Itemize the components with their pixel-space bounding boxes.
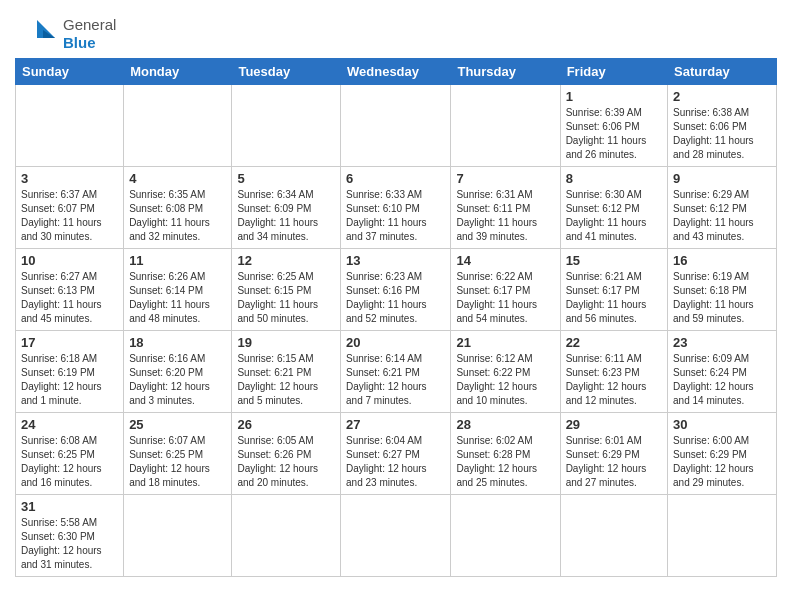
day-number: 19 bbox=[237, 335, 335, 350]
calendar-cell: 26Sunrise: 6:05 AM Sunset: 6:26 PM Dayli… bbox=[232, 413, 341, 495]
calendar-cell bbox=[341, 495, 451, 577]
day-number: 29 bbox=[566, 417, 662, 432]
day-number: 16 bbox=[673, 253, 771, 268]
day-info: Sunrise: 6:26 AM Sunset: 6:14 PM Dayligh… bbox=[129, 270, 226, 326]
calendar-cell: 1Sunrise: 6:39 AM Sunset: 6:06 PM Daylig… bbox=[560, 85, 667, 167]
day-number: 28 bbox=[456, 417, 554, 432]
weekday-header-monday: Monday bbox=[124, 59, 232, 85]
calendar-table: SundayMondayTuesdayWednesdayThursdayFrid… bbox=[15, 58, 777, 577]
day-number: 20 bbox=[346, 335, 445, 350]
day-info: Sunrise: 6:22 AM Sunset: 6:17 PM Dayligh… bbox=[456, 270, 554, 326]
day-number: 30 bbox=[673, 417, 771, 432]
day-number: 5 bbox=[237, 171, 335, 186]
calendar-cell: 13Sunrise: 6:23 AM Sunset: 6:16 PM Dayli… bbox=[341, 249, 451, 331]
week-row-4: 24Sunrise: 6:08 AM Sunset: 6:25 PM Dayli… bbox=[16, 413, 777, 495]
calendar-cell bbox=[124, 495, 232, 577]
calendar-cell bbox=[341, 85, 451, 167]
header: GeneralBlue bbox=[15, 10, 777, 52]
calendar-cell: 15Sunrise: 6:21 AM Sunset: 6:17 PM Dayli… bbox=[560, 249, 667, 331]
calendar-cell: 8Sunrise: 6:30 AM Sunset: 6:12 PM Daylig… bbox=[560, 167, 667, 249]
day-number: 1 bbox=[566, 89, 662, 104]
day-number: 4 bbox=[129, 171, 226, 186]
day-number: 3 bbox=[21, 171, 118, 186]
day-number: 7 bbox=[456, 171, 554, 186]
calendar-cell: 23Sunrise: 6:09 AM Sunset: 6:24 PM Dayli… bbox=[668, 331, 777, 413]
day-number: 25 bbox=[129, 417, 226, 432]
day-info: Sunrise: 6:29 AM Sunset: 6:12 PM Dayligh… bbox=[673, 188, 771, 244]
calendar-cell: 5Sunrise: 6:34 AM Sunset: 6:09 PM Daylig… bbox=[232, 167, 341, 249]
calendar-cell: 6Sunrise: 6:33 AM Sunset: 6:10 PM Daylig… bbox=[341, 167, 451, 249]
day-number: 13 bbox=[346, 253, 445, 268]
day-info: Sunrise: 6:02 AM Sunset: 6:28 PM Dayligh… bbox=[456, 434, 554, 490]
weekday-header-wednesday: Wednesday bbox=[341, 59, 451, 85]
calendar-cell: 2Sunrise: 6:38 AM Sunset: 6:06 PM Daylig… bbox=[668, 85, 777, 167]
day-info: Sunrise: 6:09 AM Sunset: 6:24 PM Dayligh… bbox=[673, 352, 771, 408]
calendar-cell: 19Sunrise: 6:15 AM Sunset: 6:21 PM Dayli… bbox=[232, 331, 341, 413]
day-info: Sunrise: 6:30 AM Sunset: 6:12 PM Dayligh… bbox=[566, 188, 662, 244]
calendar-cell: 20Sunrise: 6:14 AM Sunset: 6:21 PM Dayli… bbox=[341, 331, 451, 413]
calendar-cell: 29Sunrise: 6:01 AM Sunset: 6:29 PM Dayli… bbox=[560, 413, 667, 495]
day-number: 18 bbox=[129, 335, 226, 350]
week-row-2: 10Sunrise: 6:27 AM Sunset: 6:13 PM Dayli… bbox=[16, 249, 777, 331]
calendar-cell: 24Sunrise: 6:08 AM Sunset: 6:25 PM Dayli… bbox=[16, 413, 124, 495]
day-number: 12 bbox=[237, 253, 335, 268]
day-info: Sunrise: 6:04 AM Sunset: 6:27 PM Dayligh… bbox=[346, 434, 445, 490]
day-number: 26 bbox=[237, 417, 335, 432]
calendar-cell: 21Sunrise: 6:12 AM Sunset: 6:22 PM Dayli… bbox=[451, 331, 560, 413]
calendar-cell: 27Sunrise: 6:04 AM Sunset: 6:27 PM Dayli… bbox=[341, 413, 451, 495]
calendar-cell: 25Sunrise: 6:07 AM Sunset: 6:25 PM Dayli… bbox=[124, 413, 232, 495]
weekday-header-row: SundayMondayTuesdayWednesdayThursdayFrid… bbox=[16, 59, 777, 85]
logo-blue-text: Blue bbox=[63, 34, 96, 51]
day-number: 31 bbox=[21, 499, 118, 514]
day-info: Sunrise: 6:35 AM Sunset: 6:08 PM Dayligh… bbox=[129, 188, 226, 244]
calendar-cell: 7Sunrise: 6:31 AM Sunset: 6:11 PM Daylig… bbox=[451, 167, 560, 249]
calendar-cell bbox=[124, 85, 232, 167]
day-info: Sunrise: 6:37 AM Sunset: 6:07 PM Dayligh… bbox=[21, 188, 118, 244]
week-row-1: 3Sunrise: 6:37 AM Sunset: 6:07 PM Daylig… bbox=[16, 167, 777, 249]
logo: GeneralBlue bbox=[15, 16, 116, 52]
calendar-cell: 16Sunrise: 6:19 AM Sunset: 6:18 PM Dayli… bbox=[668, 249, 777, 331]
day-info: Sunrise: 6:05 AM Sunset: 6:26 PM Dayligh… bbox=[237, 434, 335, 490]
day-info: Sunrise: 6:34 AM Sunset: 6:09 PM Dayligh… bbox=[237, 188, 335, 244]
calendar-cell bbox=[16, 85, 124, 167]
day-number: 22 bbox=[566, 335, 662, 350]
day-info: Sunrise: 6:16 AM Sunset: 6:20 PM Dayligh… bbox=[129, 352, 226, 408]
logo-svg bbox=[15, 16, 59, 52]
day-info: Sunrise: 6:00 AM Sunset: 6:29 PM Dayligh… bbox=[673, 434, 771, 490]
day-number: 14 bbox=[456, 253, 554, 268]
weekday-header-friday: Friday bbox=[560, 59, 667, 85]
calendar-cell bbox=[451, 495, 560, 577]
calendar-cell: 12Sunrise: 6:25 AM Sunset: 6:15 PM Dayli… bbox=[232, 249, 341, 331]
day-info: Sunrise: 6:27 AM Sunset: 6:13 PM Dayligh… bbox=[21, 270, 118, 326]
day-number: 17 bbox=[21, 335, 118, 350]
calendar-cell: 17Sunrise: 6:18 AM Sunset: 6:19 PM Dayli… bbox=[16, 331, 124, 413]
calendar-cell: 4Sunrise: 6:35 AM Sunset: 6:08 PM Daylig… bbox=[124, 167, 232, 249]
day-number: 15 bbox=[566, 253, 662, 268]
day-info: Sunrise: 6:12 AM Sunset: 6:22 PM Dayligh… bbox=[456, 352, 554, 408]
calendar-cell: 11Sunrise: 6:26 AM Sunset: 6:14 PM Dayli… bbox=[124, 249, 232, 331]
day-info: Sunrise: 6:23 AM Sunset: 6:16 PM Dayligh… bbox=[346, 270, 445, 326]
calendar-cell: 9Sunrise: 6:29 AM Sunset: 6:12 PM Daylig… bbox=[668, 167, 777, 249]
day-info: Sunrise: 6:38 AM Sunset: 6:06 PM Dayligh… bbox=[673, 106, 771, 162]
day-info: Sunrise: 6:25 AM Sunset: 6:15 PM Dayligh… bbox=[237, 270, 335, 326]
calendar-cell bbox=[232, 85, 341, 167]
calendar-cell: 18Sunrise: 6:16 AM Sunset: 6:20 PM Dayli… bbox=[124, 331, 232, 413]
day-number: 10 bbox=[21, 253, 118, 268]
day-number: 2 bbox=[673, 89, 771, 104]
calendar-cell bbox=[560, 495, 667, 577]
day-info: Sunrise: 5:58 AM Sunset: 6:30 PM Dayligh… bbox=[21, 516, 118, 572]
week-row-3: 17Sunrise: 6:18 AM Sunset: 6:19 PM Dayli… bbox=[16, 331, 777, 413]
day-info: Sunrise: 6:33 AM Sunset: 6:10 PM Dayligh… bbox=[346, 188, 445, 244]
calendar-cell: 31Sunrise: 5:58 AM Sunset: 6:30 PM Dayli… bbox=[16, 495, 124, 577]
day-info: Sunrise: 6:14 AM Sunset: 6:21 PM Dayligh… bbox=[346, 352, 445, 408]
calendar-cell: 28Sunrise: 6:02 AM Sunset: 6:28 PM Dayli… bbox=[451, 413, 560, 495]
day-info: Sunrise: 6:21 AM Sunset: 6:17 PM Dayligh… bbox=[566, 270, 662, 326]
calendar-cell: 3Sunrise: 6:37 AM Sunset: 6:07 PM Daylig… bbox=[16, 167, 124, 249]
weekday-header-thursday: Thursday bbox=[451, 59, 560, 85]
day-number: 23 bbox=[673, 335, 771, 350]
week-row-5: 31Sunrise: 5:58 AM Sunset: 6:30 PM Dayli… bbox=[16, 495, 777, 577]
day-number: 6 bbox=[346, 171, 445, 186]
day-number: 9 bbox=[673, 171, 771, 186]
day-number: 8 bbox=[566, 171, 662, 186]
logo-general-text: General bbox=[63, 16, 116, 33]
